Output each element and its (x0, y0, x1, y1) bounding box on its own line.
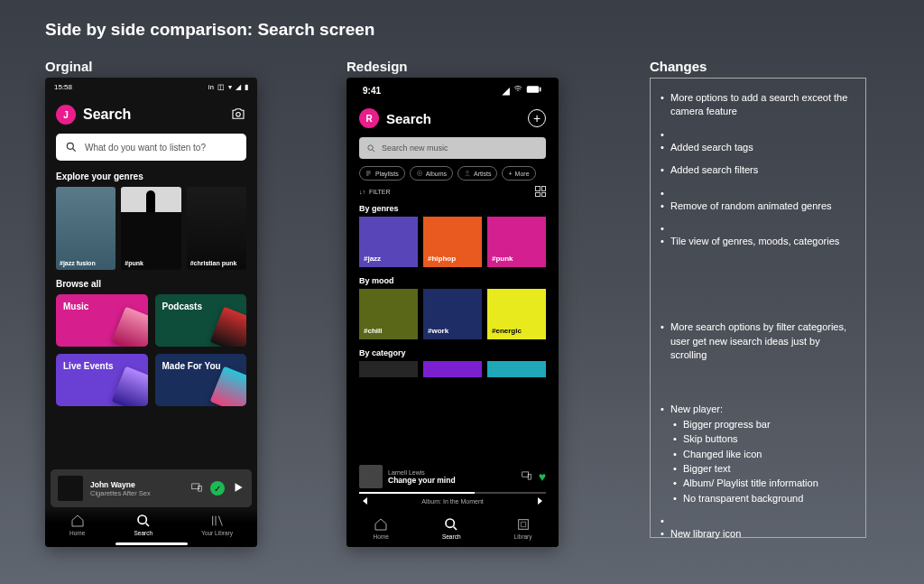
change-subitem: No transparent background (683, 492, 855, 505)
browse-label: Browse all (45, 279, 257, 294)
svg-point-13 (446, 519, 454, 527)
filter-label: FILTER (369, 189, 391, 195)
genre-tag: #punk (125, 260, 143, 266)
status-bar: 9:41 ◢ (346, 78, 559, 103)
avatar[interactable]: J (56, 105, 76, 125)
status-time: 15:58 (54, 83, 72, 91)
filter-button[interactable]: ↓↑FILTER (359, 189, 391, 195)
cast-icon: ◫ (217, 83, 225, 91)
browse-card-music[interactable]: Music (56, 294, 148, 347)
change-item: New player: Bigger progress bar Skip but… (670, 403, 855, 506)
card-art (111, 366, 147, 406)
devices-icon[interactable] (521, 469, 533, 484)
nav-library[interactable]: Library (514, 517, 532, 540)
card-label: Music (63, 301, 88, 311)
tile-punk[interactable]: #punk (487, 217, 546, 267)
card-art (210, 307, 246, 347)
genre-card[interactable]: #punk (121, 187, 180, 270)
search-icon (366, 144, 376, 153)
like-icon[interactable]: ♥ (539, 469, 546, 484)
chip-more[interactable]: +More (502, 166, 535, 181)
browse-card-live[interactable]: Live Events (56, 354, 148, 406)
change-item: More options to add a search exceot the … (670, 91, 855, 119)
tile-chill[interactable]: #chill (359, 289, 418, 339)
change-subitem: Bigger text (683, 462, 855, 476)
chip-artists[interactable]: Artists (457, 166, 497, 181)
home-icon (374, 517, 388, 532)
now-playing-bar[interactable]: Larnell Lewis Change your mind ♥ Album: … (346, 461, 559, 509)
nav-search[interactable]: Search (134, 514, 152, 536)
changes-list: More options to add a search exceot the … (670, 91, 855, 248)
card-art (210, 366, 246, 406)
album-art (359, 465, 383, 488)
card-label: Podcasts (162, 301, 202, 311)
svg-rect-6 (540, 88, 541, 92)
svg-rect-5 (527, 86, 540, 93)
tile-category[interactable] (487, 361, 546, 377)
genre-card[interactable]: #christian punk (187, 187, 246, 270)
filter-chips: Playlists Albums Artists +More (346, 166, 559, 186)
skip-forward-icon[interactable] (535, 496, 546, 507)
genre-card[interactable]: #jazz fusion (56, 187, 116, 270)
home-icon (70, 514, 85, 528)
change-item: New library icon (670, 527, 855, 541)
tile-jazz[interactable]: #jazz (359, 217, 418, 267)
tile-hiphop[interactable]: #hiphop (423, 217, 482, 267)
search-input[interactable]: What do you want to listen to? (56, 134, 246, 161)
tile-category[interactable] (423, 361, 482, 377)
svg-point-9 (419, 172, 420, 173)
devices-icon[interactable] (190, 481, 203, 496)
svg-point-7 (368, 144, 374, 150)
svg-point-4 (138, 515, 146, 524)
chip-albums[interactable]: Albums (410, 166, 453, 181)
tile-label: #work (428, 327, 448, 335)
tile-energic[interactable]: #energic (487, 289, 546, 339)
change-subitem: Changed like icon (683, 448, 855, 461)
page-title: Side by side comparison: Search screen (45, 20, 374, 40)
genre-tag: #jazz fusion (60, 260, 96, 266)
chip-label: Playlists (375, 171, 399, 177)
change-subitem: Bigger progress bar (683, 418, 855, 431)
tile-label: #chill (364, 327, 382, 335)
camera-icon[interactable] (230, 106, 246, 124)
change-item: Tile view of genres, moods, categories (670, 235, 855, 248)
bottom-nav: Home Search Your Library (45, 507, 257, 547)
search-icon (65, 141, 78, 153)
library-icon (516, 517, 531, 532)
nav-label: Search (442, 533, 461, 540)
tile-label: #energic (492, 327, 522, 335)
play-icon[interactable] (232, 481, 245, 496)
card-art (111, 307, 147, 347)
browse-card-podcasts[interactable]: Podcasts (155, 294, 247, 347)
track-title: John Wayne (90, 480, 183, 489)
chip-playlists[interactable]: Playlists (359, 166, 405, 181)
progress-bar[interactable] (359, 492, 546, 494)
nav-home[interactable]: Home (69, 514, 85, 536)
nav-search[interactable]: Search (442, 517, 461, 540)
playlist-icon (365, 170, 373, 177)
column-label-redesign: Redesign (346, 59, 408, 74)
now-playing-bar[interactable]: John Wayne Cigarettes After Sex ✓ (51, 469, 252, 507)
grid-view-icon[interactable] (535, 186, 546, 197)
nav-library[interactable]: Your Library (201, 514, 233, 536)
add-button[interactable]: + (528, 109, 546, 127)
signal-icon: ◢ (503, 86, 510, 96)
album-art (58, 476, 83, 501)
wifi-icon (513, 85, 523, 96)
nav-label: Home (374, 533, 389, 540)
section-category: By category (346, 347, 559, 361)
nav-label: Your Library (201, 530, 233, 536)
search-input[interactable]: Search new music (359, 137, 546, 159)
plus-icon: + (533, 112, 541, 125)
library-icon (210, 514, 225, 528)
tile-category[interactable] (359, 361, 418, 377)
check-icon[interactable]: ✓ (210, 481, 225, 496)
linkedin-icon: in (208, 83, 214, 91)
avatar[interactable]: R (359, 108, 379, 128)
status-icons: in ◫ ▾ ◢ ▮ (208, 83, 248, 91)
nav-home[interactable]: Home (374, 517, 389, 540)
skip-back-icon[interactable] (359, 496, 370, 507)
signal-icon: ◢ (236, 83, 241, 91)
browse-card-made[interactable]: Made For You (155, 354, 247, 406)
tile-work[interactable]: #work (423, 289, 482, 339)
